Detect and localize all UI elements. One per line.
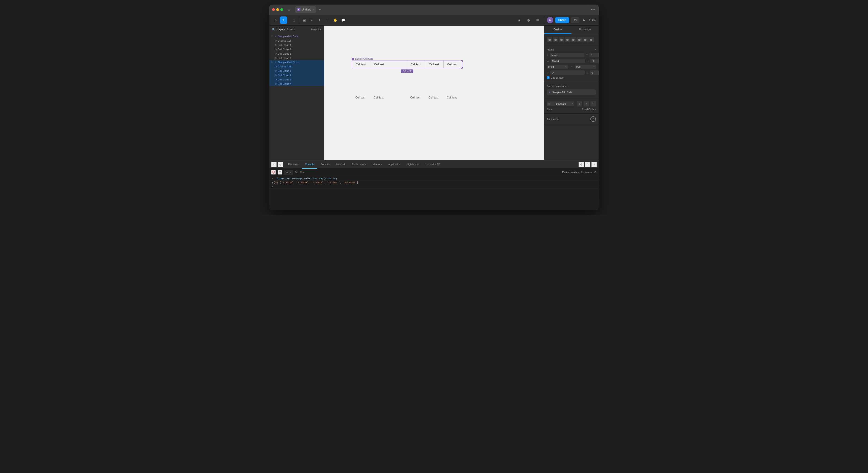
layer-item-sg1[interactable]: ⠿ ✦ Sample Grid Cells [269, 34, 324, 38]
devtools-filter-input[interactable] [300, 171, 560, 174]
page-selector[interactable]: Page 1 ▾ [311, 28, 321, 31]
layers-icon[interactable]: ⧉ [534, 16, 541, 24]
variant-more-icon[interactable]: ••• [590, 101, 596, 106]
devtools-eye-icon[interactable]: 👁 [295, 170, 298, 174]
align-right[interactable]: ⬤ [559, 37, 564, 42]
play-button[interactable]: ▶ [581, 17, 587, 23]
grid-component-2[interactable]: Cell text Cell text Cell text Cell text … [352, 94, 461, 101]
height-sizing-select[interactable]: Hug ▾ [575, 65, 596, 69]
layer-item-cc2-2[interactable]: ◇ Cell Clone 2 [269, 73, 324, 77]
code-button[interactable]: </> [571, 17, 580, 23]
design-tab[interactable]: Design [544, 26, 571, 34]
pen-tool[interactable]: ✒ [308, 16, 315, 24]
selection-handle-br[interactable] [461, 67, 463, 69]
devtools-close-button[interactable]: ✕ [591, 162, 597, 167]
x-input[interactable] [550, 53, 585, 57]
share-button[interactable]: Share [555, 17, 569, 23]
tab-close-icon[interactable]: × [313, 8, 314, 11]
zoom-level[interactable]: 114% [589, 19, 596, 22]
layer-item-sg2[interactable]: ⠿ ✦ Sample Grid Cells [269, 60, 324, 64]
width-sizing-select[interactable]: Fixed ▾ [547, 65, 568, 69]
grid-cell-2-5[interactable]: Cell text [443, 94, 461, 101]
devtools-filter-toggle[interactable]: ⊡ [278, 170, 282, 175]
layer-item-cc2-1[interactable]: ◇ Cell Clone 1 [269, 69, 324, 73]
selection-handle-tr[interactable] [461, 60, 463, 62]
corner-input[interactable] [590, 70, 599, 75]
performance-tab[interactable]: Performance [349, 160, 370, 169]
y-input[interactable] [589, 53, 599, 57]
state-value[interactable]: Read-Only ▾ [582, 108, 596, 111]
h-input[interactable] [590, 59, 599, 63]
grid-cell-2-2[interactable]: Cell text [370, 94, 407, 101]
hand-tool[interactable]: ✋ [332, 16, 339, 24]
layer-item-cc1-4[interactable]: ◇ Cell Clone 4 [269, 56, 324, 60]
devtools-inspect-icon[interactable]: ⊡ [271, 162, 277, 167]
prototype-tab[interactable]: Prototype [571, 26, 599, 34]
layer-item-cc2-3[interactable]: ◇ Cell Clone 3 [269, 77, 324, 81]
avatar[interactable]: U [547, 17, 553, 23]
align-center-h[interactable]: ⬤ [553, 37, 558, 42]
devtools-console-icon[interactable]: ◎ [278, 162, 283, 167]
comment-tool[interactable]: 💬 [339, 16, 347, 24]
grid-cell-2-4[interactable]: Cell text [425, 94, 443, 101]
align-left[interactable]: ⬤ [547, 37, 552, 42]
console-arrow-2[interactable]: ◀ [271, 181, 273, 184]
frame-arrow[interactable]: ▾ [594, 48, 596, 51]
grid-cell-1-2[interactable]: Cell text [370, 61, 407, 68]
application-tab[interactable]: Application [385, 160, 404, 169]
grid-cell-1-4[interactable]: Cell text [425, 61, 444, 68]
shape-tool[interactable]: ▣ [301, 16, 308, 24]
layer-item-oc1[interactable]: ◇ Original Cell [269, 38, 324, 43]
memory-tab[interactable]: Memory [370, 160, 385, 169]
grid-component-1[interactable]: ✦ Sample Grid Cells Cell text Cell text … [352, 58, 462, 68]
rotation-input[interactable] [550, 70, 585, 75]
add-tab-button[interactable]: + [317, 7, 323, 12]
variant-settings-icon[interactable]: ◈ [577, 101, 582, 106]
style-icon[interactable]: ◈ [516, 16, 523, 24]
grid-cell-1-1[interactable]: Cell text [352, 61, 370, 68]
devtools-gear-icon[interactable]: ⚙ [594, 170, 597, 174]
elements-tab[interactable]: Elements [285, 160, 302, 169]
recorder-tab[interactable]: Recorder 🎬 [422, 160, 443, 169]
distribute-h[interactable]: ⬤ [582, 37, 588, 42]
half-circle-icon[interactable]: ◑ [525, 16, 532, 24]
align-center-v[interactable]: ⬤ [570, 37, 576, 42]
move-tool[interactable]: ⊹ [272, 16, 279, 24]
layer-item-cc1-3[interactable]: ◇ Cell Clone 3 [269, 52, 324, 56]
no-issues-badge[interactable]: No issues [581, 171, 592, 174]
console-tab[interactable]: Console [302, 160, 317, 169]
layer-item-cc1-2[interactable]: ◇ Cell Clone 2 [269, 47, 324, 52]
home-icon[interactable]: ⌂ [287, 7, 291, 12]
align-bottom[interactable]: ⬤ [577, 37, 582, 42]
assets-tab[interactable]: Assets [286, 27, 295, 32]
canvas[interactable]: ✦ Sample Grid Cells Cell text Cell text … [324, 26, 544, 160]
grid-cell-1-5[interactable]: Cell text [444, 61, 462, 68]
lighthouse-tab[interactable]: Lighthouse [404, 160, 422, 169]
clip-content-checkbox[interactable]: ✓ [547, 76, 550, 79]
distribute-v[interactable]: ⬤ [588, 37, 594, 42]
frame-tool[interactable]: ⬚ [290, 16, 298, 24]
maximize-button[interactable] [280, 8, 283, 11]
active-tab[interactable]: F Untitled × [295, 6, 316, 13]
more-actions-icon[interactable]: ••• [591, 7, 596, 12]
devtools-settings-button[interactable]: ⚙ [579, 162, 584, 167]
close-button[interactable] [272, 8, 275, 11]
grid-cell-2-3[interactable]: Cell text [407, 94, 425, 101]
select-tool[interactable]: ↖ [280, 16, 287, 24]
grid-cell-2-1[interactable]: Cell text [352, 94, 370, 101]
text-tool[interactable]: T [316, 16, 323, 24]
minimize-button[interactable] [276, 8, 279, 11]
component-tool[interactable]: ⚏ [324, 16, 331, 24]
default-levels[interactable]: Default levels ▾ [562, 171, 580, 174]
w-input[interactable] [551, 59, 585, 63]
network-tab[interactable]: Network [333, 160, 349, 169]
variant-select[interactable]: ◇ Standard ▾ [547, 101, 575, 106]
help-button[interactable]: ? [590, 116, 596, 122]
align-top[interactable]: ⬤ [564, 37, 570, 42]
grid-cell-1-3[interactable]: Cell text [407, 61, 425, 68]
devtools-more-button[interactable]: ⋮ [585, 162, 590, 167]
layers-tab[interactable]: Layers [277, 27, 285, 32]
devtools-clear-button[interactable]: 🚫 [271, 170, 276, 175]
devtools-context-dropdown[interactable]: top ▾ [284, 170, 293, 175]
parent-component-row[interactable]: ✦ Sample Grid Cells [547, 89, 596, 95]
